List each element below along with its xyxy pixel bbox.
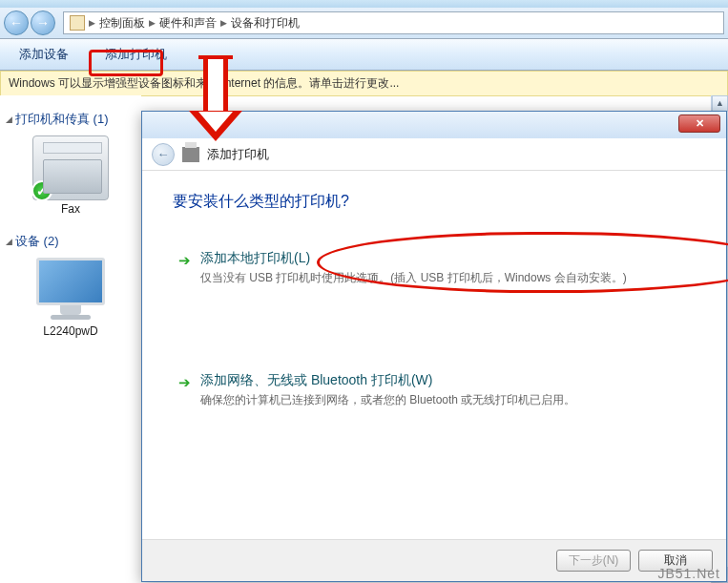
collapse-icon: ◢ (6, 237, 12, 246)
chevron-right-icon: ▶ (149, 18, 156, 28)
collapse-icon: ◢ (6, 115, 12, 124)
nav-forward-button[interactable]: → (31, 10, 55, 35)
monitor-icon (32, 258, 109, 323)
option-local-title: 添加本地打印机(L) (200, 250, 627, 267)
arrow-right-icon: ➔ (178, 374, 191, 408)
option-network-title: 添加网络、无线或 Bluetooth 打印机(W) (200, 372, 575, 389)
printer-icon (182, 147, 199, 162)
info-bar[interactable]: Windows 可以显示增强型设备图标和来自 Internet 的信息。请单击进… (0, 71, 728, 96)
chevron-right-icon: ▶ (89, 18, 95, 28)
address-bar: ← → ▶ 控制面板 ▶ 硬件和声音 ▶ 设备和打印机 (0, 8, 728, 39)
crumb-leaf[interactable]: 设备和打印机 (231, 15, 300, 31)
category-devices[interactable]: ◢ 设备 (2) (6, 233, 135, 250)
watermark: JB51.Net (657, 566, 720, 581)
option-add-network-printer[interactable]: ➔ 添加网络、无线或 Bluetooth 打印机(W) 确保您的计算机已连接到网… (173, 363, 696, 418)
category-devices-label: 设备 (2) (15, 233, 59, 250)
control-panel-icon (70, 15, 85, 31)
nav-back-button[interactable]: ← (4, 10, 29, 35)
chevron-right-icon: ▶ (220, 18, 227, 28)
add-printer-dialog: ✕ ← 添加打印机 要安装什么类型的打印机? ➔ 添加本地打印机(L) 仅当没有… (141, 111, 727, 582)
device-fax-label: Fax (6, 202, 135, 216)
crumb-root[interactable]: 控制面板 (99, 15, 145, 31)
fax-icon: ✓ (32, 135, 109, 200)
device-monitor[interactable]: L2240pwD (6, 258, 135, 338)
category-printers[interactable]: ◢ 打印机和传真 (1) (6, 111, 135, 128)
dialog-title: 添加打印机 (207, 146, 269, 163)
device-monitor-label: L2240pwD (6, 324, 135, 338)
command-bar: 添加设备 添加打印机 (0, 39, 728, 71)
device-list-pane: ◢ 打印机和传真 (1) ✓ Fax ◢ 设备 (2) L2240pwD (0, 95, 141, 583)
breadcrumb[interactable]: ▶ 控制面板 ▶ 硬件和声音 ▶ 设备和打印机 (63, 11, 724, 34)
dialog-header: ← 添加打印机 (142, 138, 726, 171)
option-local-desc: 仅当没有 USB 打印机时使用此选项。(插入 USB 打印机后，Windows … (200, 270, 627, 286)
info-bar-text: Windows 可以显示增强型设备图标和来自 Internet 的信息。请单击进… (9, 76, 399, 90)
next-button[interactable]: 下一步(N) (556, 550, 631, 572)
crumb-mid[interactable]: 硬件和声音 (159, 15, 217, 31)
dialog-heading: 要安装什么类型的打印机? (173, 192, 696, 212)
default-check-icon: ✓ (31, 180, 52, 201)
window-titlebar (0, 0, 728, 8)
scroll-up-icon[interactable]: ▲ (712, 95, 728, 112)
category-printers-label: 打印机和传真 (1) (15, 111, 109, 128)
dialog-back-button[interactable]: ← (152, 143, 175, 166)
dialog-footer: 下一步(N) 取消 (142, 539, 726, 581)
dialog-titlebar[interactable]: ✕ (142, 112, 726, 138)
device-fax[interactable]: ✓ Fax (6, 135, 135, 216)
option-add-local-printer[interactable]: ➔ 添加本地打印机(L) 仅当没有 USB 打印机时使用此选项。(插入 USB … (173, 240, 696, 296)
add-device-button[interactable]: 添加设备 (10, 43, 78, 66)
add-printer-button[interactable]: 添加打印机 (95, 43, 177, 66)
close-button[interactable]: ✕ (678, 115, 720, 133)
dialog-body: 要安装什么类型的打印机? ➔ 添加本地打印机(L) 仅当没有 USB 打印机时使… (142, 171, 726, 439)
option-network-desc: 确保您的计算机已连接到网络，或者您的 Bluetooth 或无线打印机已启用。 (200, 392, 575, 408)
arrow-right-icon: ➔ (178, 252, 191, 286)
